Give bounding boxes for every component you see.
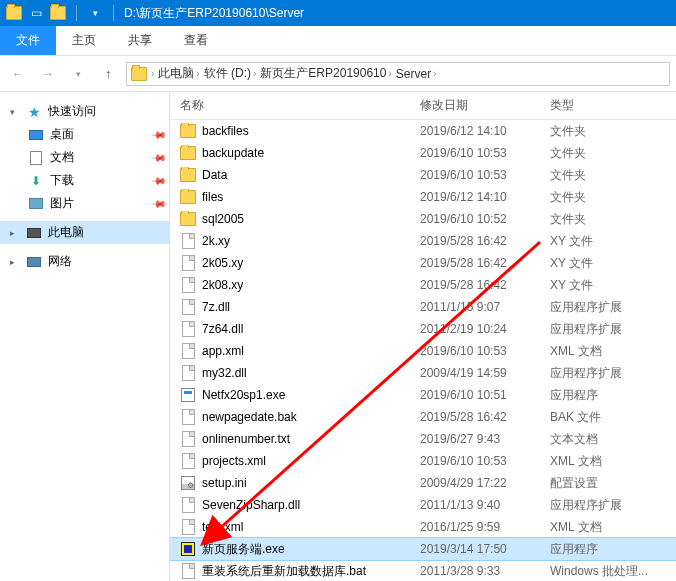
qat-dropdown-icon[interactable]: ▾ bbox=[87, 5, 103, 21]
breadcrumb-segment[interactable]: 软件 (D:) › bbox=[204, 65, 257, 82]
file-icon bbox=[180, 233, 196, 249]
chevron-right-icon[interactable]: › bbox=[433, 68, 436, 79]
file-name: files bbox=[202, 190, 223, 204]
file-row[interactable]: 新页服务端.exe2019/3/14 17:50应用程序 bbox=[170, 538, 676, 560]
chevron-right-icon[interactable]: › bbox=[151, 68, 154, 79]
sidebar-item-label: 图片 bbox=[50, 195, 74, 212]
file-date: 2019/6/10 10:53 bbox=[420, 344, 550, 358]
star-icon: ★ bbox=[26, 104, 42, 120]
docs-icon bbox=[28, 150, 44, 166]
chevron-down-icon[interactable]: ▾ bbox=[10, 107, 20, 117]
sidebar-quick-access[interactable]: ▾ ★ 快速访问 bbox=[0, 100, 169, 123]
file-icon bbox=[180, 497, 196, 513]
file-row[interactable]: 重装系统后重新加载数据库.bat2011/3/28 9:33Windows 批处… bbox=[170, 560, 676, 581]
file-type: 文件夹 bbox=[550, 145, 676, 162]
breadcrumb-segment[interactable]: 新页生产ERP20190610 › bbox=[260, 65, 391, 82]
file-date: 2009/4/19 14:59 bbox=[420, 366, 550, 380]
file-row[interactable]: 7z.dll2011/1/15 9:07应用程序扩展 bbox=[170, 296, 676, 318]
file-date: 2019/3/14 17:50 bbox=[420, 542, 550, 556]
file-row[interactable]: 7z64.dll2011/2/19 10:24应用程序扩展 bbox=[170, 318, 676, 340]
download-icon: ⬇ bbox=[28, 173, 44, 189]
file-row[interactable]: Netfx20sp1.exe2019/6/10 10:51应用程序 bbox=[170, 384, 676, 406]
breadcrumb-segment[interactable]: 此电脑 › bbox=[158, 65, 199, 82]
file-row[interactable]: 2k08.xy2019/5/28 16:42XY 文件 bbox=[170, 274, 676, 296]
ribbon-tab[interactable]: 主页 bbox=[56, 26, 112, 55]
file-name: backfiles bbox=[202, 124, 249, 138]
nav-up-button[interactable]: ↑ bbox=[96, 62, 120, 86]
file-icon bbox=[180, 563, 196, 579]
file-name: 2k.xy bbox=[202, 234, 230, 248]
file-date: 2019/5/28 16:42 bbox=[420, 234, 550, 248]
sidebar-quick-item[interactable]: 文档📌 bbox=[0, 146, 169, 169]
sidebar-quick-item[interactable]: ⬇下载📌 bbox=[0, 169, 169, 192]
column-header-type[interactable]: 类型 bbox=[550, 97, 676, 114]
file-row[interactable]: test.xml2016/1/25 9:59XML 文档 bbox=[170, 516, 676, 538]
file-row[interactable]: my32.dll2009/4/19 14:59应用程序扩展 bbox=[170, 362, 676, 384]
file-date: 2019/6/12 14:10 bbox=[420, 190, 550, 204]
qat-newfolder-icon[interactable] bbox=[50, 5, 66, 21]
file-name: Data bbox=[202, 168, 227, 182]
file-row[interactable]: Data2019/6/10 10:53文件夹 bbox=[170, 164, 676, 186]
sidebar-item-label: 此电脑 bbox=[48, 224, 84, 241]
column-header-date[interactable]: 修改日期 bbox=[420, 97, 550, 114]
file-type: 配置设置 bbox=[550, 475, 676, 492]
nav-back-button[interactable]: ← bbox=[6, 62, 30, 86]
file-name: my32.dll bbox=[202, 366, 247, 380]
file-row[interactable]: SevenZipSharp.dll2011/1/13 9:40应用程序扩展 bbox=[170, 494, 676, 516]
chevron-right-icon[interactable]: ▸ bbox=[10, 257, 20, 267]
chevron-right-icon[interactable]: › bbox=[196, 68, 199, 79]
file-name: backupdate bbox=[202, 146, 264, 160]
file-date: 2019/6/10 10:52 bbox=[420, 212, 550, 226]
file-row[interactable]: files2019/6/12 14:10文件夹 bbox=[170, 186, 676, 208]
file-row[interactable]: backupdate2019/6/10 10:53文件夹 bbox=[170, 142, 676, 164]
file-date: 2011/1/15 9:07 bbox=[420, 300, 550, 314]
file-row[interactable]: app.xml2019/6/10 10:53XML 文档 bbox=[170, 340, 676, 362]
column-header-name[interactable]: 名称 bbox=[170, 97, 420, 114]
file-date: 2011/1/13 9:40 bbox=[420, 498, 550, 512]
file-row[interactable]: setup.ini2009/4/29 17:22配置设置 bbox=[170, 472, 676, 494]
chevron-right-icon[interactable]: › bbox=[253, 68, 256, 79]
file-type: 应用程序扩展 bbox=[550, 321, 676, 338]
qat-properties-icon[interactable]: ▭ bbox=[28, 5, 44, 21]
file-date: 2019/6/10 10:53 bbox=[420, 146, 550, 160]
chevron-right-icon[interactable]: ▸ bbox=[10, 228, 20, 238]
sidebar-quick-item[interactable]: 桌面📌 bbox=[0, 123, 169, 146]
file-name: 新页服务端.exe bbox=[202, 541, 285, 558]
nav-forward-button[interactable]: → bbox=[36, 62, 60, 86]
ribbon-tab[interactable]: 查看 bbox=[168, 26, 224, 55]
sidebar-this-pc[interactable]: ▸ 此电脑 bbox=[0, 221, 169, 244]
file-row[interactable]: backfiles2019/6/12 14:10文件夹 bbox=[170, 120, 676, 142]
sidebar-quick-item[interactable]: 图片📌 bbox=[0, 192, 169, 215]
chevron-right-icon[interactable]: › bbox=[388, 68, 391, 79]
network-icon bbox=[26, 254, 42, 270]
sidebar-item-label: 桌面 bbox=[50, 126, 74, 143]
file-row[interactable]: 2k05.xy2019/5/28 16:42XY 文件 bbox=[170, 252, 676, 274]
ribbon-tab[interactable]: 文件 bbox=[0, 26, 56, 55]
file-row[interactable]: projects.xml2019/6/10 10:53XML 文档 bbox=[170, 450, 676, 472]
file-name: 2k08.xy bbox=[202, 278, 243, 292]
file-row[interactable]: newpagedate.bak2019/5/28 16:42BAK 文件 bbox=[170, 406, 676, 428]
file-name: test.xml bbox=[202, 520, 243, 534]
file-name: projects.xml bbox=[202, 454, 266, 468]
file-name: newpagedate.bak bbox=[202, 410, 297, 424]
file-rows: backfiles2019/6/12 14:10文件夹backupdate201… bbox=[170, 120, 676, 581]
file-type: BAK 文件 bbox=[550, 409, 676, 426]
file-icon bbox=[180, 365, 196, 381]
file-type: XML 文档 bbox=[550, 453, 676, 470]
nav-recent-dropdown[interactable]: ▾ bbox=[66, 62, 90, 86]
file-row[interactable]: onlinenumber.txt2019/6/27 9:43文本文档 bbox=[170, 428, 676, 450]
breadcrumb-segment[interactable]: Server › bbox=[396, 67, 437, 81]
file-type: 应用程序扩展 bbox=[550, 497, 676, 514]
file-row[interactable]: sql20052019/6/10 10:52文件夹 bbox=[170, 208, 676, 230]
file-icon bbox=[180, 277, 196, 293]
file-row[interactable]: 2k.xy2019/5/28 16:42XY 文件 bbox=[170, 230, 676, 252]
address-bar[interactable]: › 此电脑 ›软件 (D:) ›新页生产ERP20190610 ›Server … bbox=[126, 62, 670, 86]
ribbon-tab[interactable]: 共享 bbox=[112, 26, 168, 55]
sidebar-network[interactable]: ▸ 网络 bbox=[0, 250, 169, 273]
file-date: 2019/6/10 10:53 bbox=[420, 168, 550, 182]
file-name: SevenZipSharp.dll bbox=[202, 498, 300, 512]
file-icon bbox=[180, 299, 196, 315]
file-list-pane: 名称 修改日期 类型 backfiles2019/6/12 14:10文件夹ba… bbox=[170, 92, 676, 581]
file-type: XML 文档 bbox=[550, 343, 676, 360]
file-date: 2019/5/28 16:42 bbox=[420, 278, 550, 292]
